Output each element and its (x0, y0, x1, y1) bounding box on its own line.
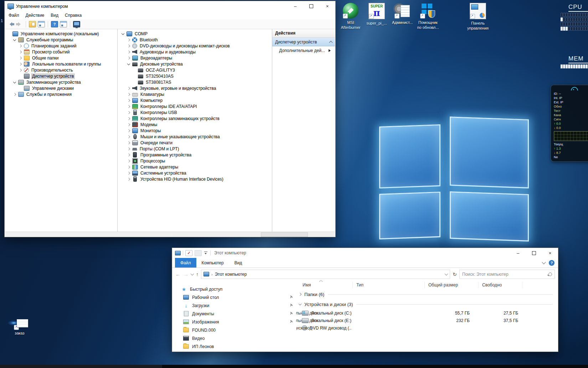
tree-item[interactable]: Устройства HID (Human Interface Devices) (118, 176, 272, 182)
sidebar-item-ИП Леонов[interactable]: ИП Леонов (172, 342, 296, 351)
chevron-icon[interactable] (127, 38, 130, 41)
customize-quick-access-icon[interactable] (204, 251, 208, 255)
address-bar[interactable]: › Этот компьютер (201, 270, 450, 279)
sidebar-item-Видео[interactable]: Видео (172, 334, 296, 342)
chevron-icon[interactable] (127, 50, 130, 53)
tree-item[interactable]: Контроллеры USB (118, 109, 272, 115)
quick-access-properties-icon[interactable]: ✓ (185, 250, 192, 256)
explorer-maximize-button[interactable] (526, 248, 542, 258)
chevron-icon[interactable] (127, 165, 130, 168)
chevron-icon[interactable] (19, 62, 22, 65)
menu-item-Вид[interactable]: Вид (47, 12, 62, 19)
explorer-title-bar[interactable]: ✓ Этот компьютер – × (172, 248, 558, 258)
tab-Файл[interactable]: Файл (175, 258, 196, 268)
refresh-icon[interactable]: ↻ (453, 271, 457, 277)
tree-item[interactable]: Порты (COM и LPT) (118, 146, 272, 152)
tree-item[interactable]: Клавиатуры (118, 91, 272, 97)
expand-ribbon-icon[interactable] (542, 260, 546, 264)
actions-more-item[interactable]: Дополнительные дей... (272, 46, 335, 55)
tree-item[interactable]: Процессоры (118, 158, 272, 164)
chevron-icon[interactable] (13, 93, 16, 95)
tree-item[interactable]: OCZ-AGILITY3 (118, 67, 272, 73)
forward-icon[interactable] (16, 22, 23, 26)
chevron-icon[interactable] (127, 117, 130, 120)
explorer-close-button[interactable]: × (542, 248, 558, 258)
ribbon-help-icon[interactable]: ? (549, 260, 555, 266)
tab-Компьютер[interactable]: Компьютер (196, 258, 229, 268)
chevron-icon[interactable] (127, 135, 130, 138)
chevron-icon[interactable] (127, 171, 130, 174)
column-header-Общий размер[interactable]: Общий размер (425, 282, 479, 288)
desktop-icon-msi[interactable]: MSIAfterburner (337, 3, 365, 30)
chevron-icon[interactable] (127, 62, 130, 65)
chevron-icon[interactable] (127, 56, 130, 59)
tree-item[interactable]: Мыши и иные указывающие устройства (118, 134, 272, 140)
file-row[interactable]: DVD RW дисковод (...CD-дисковод (296, 324, 558, 332)
file-row[interactable]: Локальный диск (E:)Локальный диск232 ГБ3… (296, 317, 558, 324)
tree-item[interactable]: Планировщик заданий (5, 43, 117, 49)
action-pane-toggle-icon[interactable] (60, 21, 67, 27)
chevron-icon[interactable] (127, 105, 130, 108)
tree-item[interactable]: Запоминающие устройства (5, 79, 117, 85)
actions-selected-item[interactable]: Диспетчер устройств (272, 38, 335, 46)
tree-item[interactable]: Модемы (118, 121, 272, 128)
chevron-icon[interactable] (13, 80, 16, 83)
tree-item[interactable]: Контроллеры запоминающих устройств (118, 115, 272, 121)
chevron-icon[interactable] (19, 44, 22, 47)
scrollbar-thumb[interactable] (261, 232, 308, 237)
nav-up-icon[interactable]: ↑ (196, 271, 198, 277)
group-header[interactable]: Устройства и диски (3) (296, 299, 558, 309)
group-header[interactable]: Папки (6) (296, 289, 558, 299)
desktop-icon-admin[interactable]: Админист... (388, 3, 416, 25)
cm-minimize-button[interactable]: – (287, 1, 303, 11)
sidebar-item-Загрузки[interactable]: ↓Загрузки (172, 301, 296, 310)
menu-item-Действие[interactable]: Действие (22, 12, 48, 19)
chevron-icon[interactable] (127, 177, 130, 180)
address-dropdown-icon[interactable] (445, 272, 448, 276)
chevron-icon[interactable] (19, 56, 22, 59)
column-header-Тип[interactable]: Тип (353, 282, 425, 288)
help-icon[interactable]: ? (51, 21, 58, 27)
tree-item[interactable]: Служебные программы (5, 37, 117, 43)
chevron-icon[interactable] (127, 93, 130, 95)
tree-item[interactable]: Управление дисками (5, 85, 117, 91)
tree-item[interactable]: Очереди печати (118, 140, 272, 146)
sidebar-item-Быстрый доступ[interactable]: ★Быстрый доступ (172, 285, 296, 293)
recent-locations-icon[interactable] (191, 272, 194, 276)
search-icon[interactable] (548, 273, 552, 276)
chevron-icon[interactable] (122, 32, 124, 35)
tree-item[interactable]: Bluetooth (118, 37, 272, 43)
chevron-icon[interactable] (127, 147, 130, 150)
nav-back-icon[interactable]: ← (175, 271, 181, 277)
tree-item[interactable]: DVD-дисководы и дисководы компакт-дисков (118, 43, 272, 49)
tree-item[interactable]: ST380817AS (118, 79, 272, 85)
tree-item[interactable]: Дисковые устройства (118, 61, 272, 67)
tree-item[interactable]: Службы и приложения (5, 91, 117, 97)
chevron-icon[interactable] (19, 50, 22, 53)
tree-item[interactable]: Диспетчер устройств (5, 73, 117, 79)
tree-item[interactable]: Управление компьютером (локальным) (5, 31, 117, 37)
chevron-icon[interactable] (127, 87, 130, 89)
column-header-Имя[interactable]: Имя (296, 282, 353, 288)
chevron-icon[interactable] (127, 123, 130, 126)
sidebar-item-Документы[interactable]: Документы (172, 310, 296, 318)
search-input[interactable]: Поиск: Этот компьютер (459, 270, 555, 279)
menu-item-Файл[interactable]: Файл (5, 12, 22, 19)
tree-item[interactable]: Просмотр событий (5, 49, 117, 55)
chevron-icon[interactable] (127, 159, 130, 162)
tree-item[interactable]: COMP (118, 31, 272, 37)
desktop-icon-zakaz[interactable]: заказ (6, 318, 33, 336)
tab-Вид[interactable]: Вид (229, 258, 248, 268)
cm-title-bar[interactable]: Управление компьютером – × (5, 1, 335, 11)
console-tree-toggle-icon[interactable] (38, 21, 45, 27)
tree-item[interactable]: Локальные пользователи и группы (5, 61, 117, 67)
tree-item[interactable]: Аудиовходы и аудиовыходы (118, 49, 272, 55)
tree-item[interactable]: Контроллеры IDE ATA/ATAPI (118, 103, 272, 109)
sidebar-item-Рабочий стол[interactable]: Рабочий стол (172, 293, 296, 301)
nav-forward-icon[interactable]: → (183, 271, 189, 277)
folder-icon[interactable] (29, 21, 36, 27)
chevron-icon[interactable] (299, 293, 301, 296)
sidebar-item-Изображения[interactable]: Изображения (172, 318, 296, 326)
desktop-icon-upd[interactable]: Помощникпо обновл... (414, 3, 442, 30)
breadcrumb[interactable]: Этот компьютер (215, 272, 247, 277)
